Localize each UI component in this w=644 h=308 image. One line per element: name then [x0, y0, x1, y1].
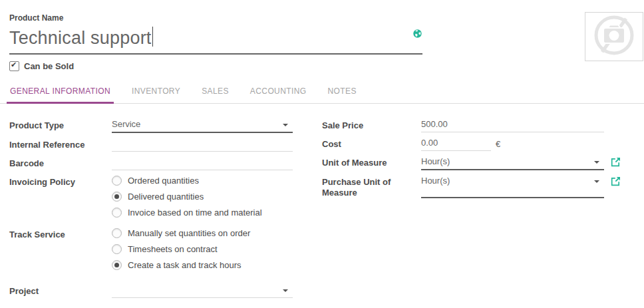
track-service-radio-group: Manually set quantities on order Timeshe…: [112, 228, 293, 276]
radio-option-delivered-quantities[interactable]: Delivered quantities: [112, 192, 293, 202]
product-image-placeholder[interactable]: [585, 12, 643, 61]
tab-inventory[interactable]: INVENTORY: [128, 80, 184, 104]
product-type-row: Product Type Service: [9, 119, 293, 133]
cost-label: Cost: [322, 138, 421, 151]
external-link-icon[interactable]: [611, 157, 621, 167]
tab-accounting[interactable]: ACCOUNTING: [247, 80, 310, 104]
project-label: Project: [9, 285, 112, 298]
tab-general-information[interactable]: GENERAL INFORMATION: [7, 80, 114, 104]
internal-reference-label: Internal Reference: [9, 138, 112, 152]
radio-button[interactable]: [112, 244, 122, 254]
radio-option-ordered-quantities[interactable]: Ordered quantities: [112, 176, 293, 186]
internal-reference-input[interactable]: [112, 138, 293, 152]
currency-label: €: [496, 138, 500, 151]
radio-label: Ordered quantities: [128, 176, 199, 186]
sale-price-input[interactable]: 500.00: [421, 119, 604, 132]
unit-of-measure-select[interactable]: Hour(s): [421, 156, 604, 170]
radio-option-manually-set-quantities[interactable]: Manually set quantities on order: [112, 228, 293, 238]
left-column: Product Type Service Internal Reference …: [9, 119, 293, 303]
radio-label: Create a task and track hours: [128, 261, 242, 270]
product-form-page: Product Name Technical support Can be So…: [0, 0, 644, 308]
sale-price-label: Sale Price: [322, 119, 421, 132]
radio-button[interactable]: [112, 228, 122, 238]
purchase-unit-of-measure-select[interactable]: Hour(s): [421, 176, 604, 198]
notebook-tabs: GENERAL INFORMATION INVENTORY SALES ACCO…: [0, 80, 644, 104]
radio-option-create-task-track-hours[interactable]: Create a task and track hours: [112, 260, 293, 270]
caret-down-icon: [594, 180, 599, 183]
product-name-label: Product Name: [9, 13, 644, 23]
product-name-value: Technical support: [9, 28, 152, 48]
radio-label: Timesheets on contract: [128, 245, 218, 254]
external-link-icon[interactable]: [611, 176, 621, 186]
sale-price-row: Sale Price 500.00: [322, 119, 632, 132]
radio-option-timesheets-on-contract[interactable]: Timesheets on contract: [112, 244, 293, 254]
tab-sales[interactable]: SALES: [198, 80, 232, 104]
product-type-select[interactable]: Service: [112, 119, 293, 133]
barcode-label: Barcode: [9, 157, 112, 170]
radio-button[interactable]: [112, 260, 122, 270]
translate-globe-icon[interactable]: [413, 29, 422, 37]
caret-down-icon: [594, 161, 599, 164]
general-information-panel: Product Type Service Internal Reference …: [0, 104, 644, 303]
unit-of-measure-label: Unit of Measure: [322, 156, 421, 170]
project-select[interactable]: [112, 285, 293, 298]
track-service-row: Track Service Manually set quantities on…: [9, 228, 293, 276]
can-be-sold-label: Can be Sold: [24, 61, 74, 71]
cost-input[interactable]: 0.00: [421, 138, 491, 151]
camera-slash-icon: [586, 12, 642, 61]
barcode-input[interactable]: [112, 157, 293, 170]
caret-down-icon: [283, 289, 288, 292]
unit-of-measure-row: Unit of Measure Hour(s): [322, 156, 632, 170]
track-service-label: Track Service: [9, 228, 112, 276]
invoicing-policy-label: Invoicing Policy: [9, 176, 112, 224]
radio-button[interactable]: [112, 176, 122, 186]
radio-option-invoice-time-material[interactable]: Invoice based on time and material: [112, 208, 293, 218]
caret-down-icon: [283, 124, 288, 126]
can-be-sold-checkbox[interactable]: [9, 61, 19, 71]
purchase-unit-of-measure-row: Purchase Unit of Measure Hour(s): [322, 176, 632, 198]
barcode-row: Barcode: [9, 157, 293, 170]
project-row: Project: [9, 285, 293, 298]
header: Product Name Technical support Can be So…: [0, 0, 644, 71]
cost-row: Cost 0.00 €: [322, 138, 632, 151]
radio-label: Manually set quantities on order: [128, 229, 250, 238]
text-cursor: [152, 27, 154, 47]
radio-label: Invoice based on time and material: [128, 208, 262, 218]
radio-button[interactable]: [112, 208, 122, 218]
right-column: Sale Price 500.00 Cost 0.00 € Unit of Me…: [322, 119, 632, 303]
radio-button[interactable]: [112, 192, 122, 202]
product-name-input[interactable]: Technical support: [9, 25, 422, 55]
purchase-unit-of-measure-label: Purchase Unit of Measure: [322, 176, 421, 198]
tab-notes[interactable]: NOTES: [325, 80, 360, 104]
product-type-label: Product Type: [9, 119, 112, 133]
invoicing-policy-row: Invoicing Policy Ordered quantities Deli…: [9, 176, 293, 224]
internal-reference-row: Internal Reference: [9, 138, 293, 152]
radio-label: Delivered quantities: [128, 192, 204, 202]
invoicing-policy-radio-group: Ordered quantities Delivered quantities …: [112, 176, 293, 224]
